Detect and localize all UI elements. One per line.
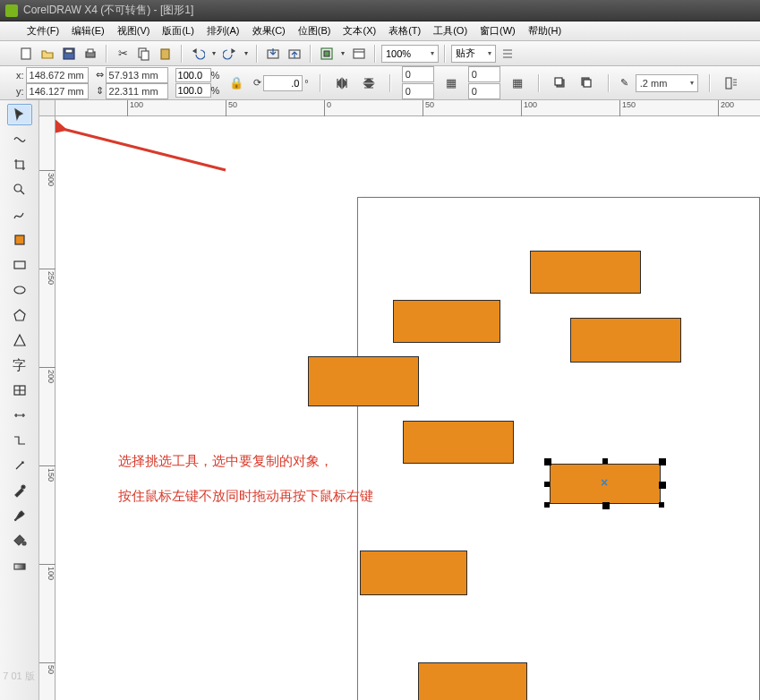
resize-handle[interactable] — [602, 502, 610, 509]
import-button[interactable] — [263, 44, 283, 64]
resize-handle[interactable] — [544, 482, 550, 487]
crop-tool[interactable] — [7, 154, 32, 175]
ruler-tick: 50 — [226, 100, 237, 116]
left-stub-text: 7 01 版 — [0, 670, 38, 682]
nudge-x[interactable]: 0 — [402, 66, 434, 82]
width-value[interactable]: 57.913 mm — [106, 67, 168, 83]
units-button-2[interactable]: ▦ — [508, 73, 527, 93]
zoom-level[interactable]: 100%▾ — [381, 45, 439, 63]
mirror-v-button[interactable] — [359, 73, 379, 93]
selection-handles[interactable]: × — [550, 464, 661, 504]
zoom-tool[interactable] — [7, 179, 32, 201]
new-button[interactable] — [16, 44, 36, 64]
shape-tool[interactable] — [7, 129, 32, 150]
interactive-tool[interactable] — [7, 455, 32, 476]
cut-button[interactable]: ✂ — [113, 44, 132, 64]
height-value[interactable]: 22.311 mm — [106, 83, 168, 99]
x-value[interactable]: 148.672 mm — [26, 67, 89, 83]
rectangle-shape[interactable] — [418, 662, 527, 700]
text-tool[interactable]: 字 — [7, 354, 32, 376]
menu-effects[interactable]: 效果(C) — [252, 24, 286, 38]
basic-shapes-tool[interactable] — [7, 329, 32, 351]
redo-dropdown[interactable]: ▾ — [242, 44, 251, 64]
rectangle-shape[interactable] — [403, 421, 514, 464]
app-launcher-button[interactable] — [317, 44, 337, 64]
undo-dropdown[interactable]: ▾ — [209, 44, 218, 64]
rectangle-shape[interactable] — [393, 300, 500, 343]
menu-view[interactable]: 视图(V) — [117, 24, 150, 38]
rotation-value[interactable] — [263, 75, 303, 91]
save-button[interactable] — [59, 44, 79, 64]
ruler-vertical[interactable]: 30025020015010050 — [39, 116, 56, 700]
resize-handle[interactable] — [659, 482, 666, 489]
menu-bitmap[interactable]: 位图(B) — [298, 24, 331, 38]
nudge-y[interactable]: 0 — [402, 83, 434, 99]
copy-button[interactable] — [134, 44, 154, 64]
menu-file[interactable]: 文件(F) — [27, 24, 59, 38]
outline-tool[interactable] — [7, 505, 32, 526]
resize-handle[interactable] — [544, 458, 551, 465]
menu-text[interactable]: 文本(X) — [343, 24, 376, 38]
rectangle-shape[interactable] — [530, 251, 641, 294]
resize-handle[interactable] — [659, 502, 664, 508]
wrap-button[interactable] — [722, 73, 741, 93]
paste-button[interactable] — [156, 44, 175, 64]
pick-tool[interactable] — [7, 104, 32, 125]
resize-handle[interactable] — [544, 502, 550, 508]
redo-button[interactable] — [220, 44, 240, 64]
fill-tool[interactable] — [7, 530, 32, 551]
menu-table[interactable]: 表格(T) — [389, 24, 421, 38]
options-button[interactable] — [498, 44, 517, 64]
rectangle-tool[interactable] — [7, 254, 32, 276]
resize-handle[interactable] — [602, 458, 608, 464]
dup-x[interactable]: 0 — [468, 66, 500, 82]
ruler-origin[interactable] — [39, 100, 56, 116]
interactive-fill-tool[interactable] — [7, 555, 32, 576]
rectangle-shape[interactable] — [570, 318, 681, 363]
rectangle-shape[interactable] — [308, 356, 419, 406]
svg-point-23 — [21, 485, 25, 489]
rectangle-shape[interactable] — [360, 551, 467, 595]
mirror-h-button[interactable] — [332, 73, 352, 93]
undo-button[interactable] — [188, 44, 208, 64]
svg-point-21 — [14, 286, 25, 294]
y-value[interactable]: 146.127 mm — [26, 83, 89, 99]
units-button[interactable]: ▦ — [441, 73, 461, 93]
menu-edit[interactable]: 编辑(E) — [72, 24, 105, 38]
welcome-button[interactable] — [349, 44, 369, 64]
eyedropper-tool[interactable] — [7, 480, 32, 501]
menu-help[interactable]: 帮助(H) — [528, 24, 561, 38]
dimension-tool[interactable] — [7, 405, 32, 426]
scale-y[interactable] — [175, 83, 211, 98]
to-back-button[interactable] — [577, 73, 597, 93]
scale-x[interactable] — [175, 68, 211, 82]
dup-y[interactable]: 0 — [468, 83, 500, 99]
ellipse-tool[interactable] — [7, 279, 32, 301]
smart-fill-tool[interactable] — [7, 229, 32, 251]
polygon-tool[interactable] — [7, 304, 32, 326]
menu-tools[interactable]: 工具(O) — [433, 24, 467, 38]
to-front-button[interactable] — [551, 73, 570, 93]
open-button[interactable] — [38, 44, 57, 64]
lock-ratio-button[interactable]: 🔒 — [226, 73, 246, 93]
resize-handle[interactable] — [659, 458, 666, 465]
selection-center[interactable]: × — [601, 475, 608, 490]
titlebar: CorelDRAW X4 (不可转售) - [图形1] — [0, 0, 760, 21]
property-bar: x:148.672 mm y:146.127 mm ⇔57.913 mm ⇕22… — [0, 66, 760, 100]
outline-width[interactable]: .2 mm▾ — [636, 74, 698, 92]
freehand-tool[interactable] — [7, 204, 32, 226]
canvas[interactable]: 选择挑选工具，选中要复制的对象， 按住鼠标左键不放同时拖动再按下鼠标右键 × — [56, 116, 760, 700]
toolbox: 字 — [0, 100, 39, 700]
svg-rect-0 — [21, 48, 30, 59]
connector-tool[interactable] — [7, 430, 32, 451]
export-button[interactable] — [285, 44, 304, 64]
snap-dropdown[interactable]: 贴齐▾ — [451, 45, 496, 63]
ruler-horizontal[interactable]: 10050050100150200 — [56, 100, 760, 116]
svg-rect-25 — [14, 564, 25, 569]
app-launcher-dropdown[interactable]: ▾ — [338, 44, 347, 64]
print-button[interactable] — [81, 44, 100, 64]
menu-arrange[interactable]: 排列(A) — [207, 24, 240, 38]
table-tool[interactable] — [7, 380, 32, 401]
menu-window[interactable]: 窗口(W) — [480, 24, 516, 38]
menu-layout[interactable]: 版面(L) — [162, 24, 193, 38]
